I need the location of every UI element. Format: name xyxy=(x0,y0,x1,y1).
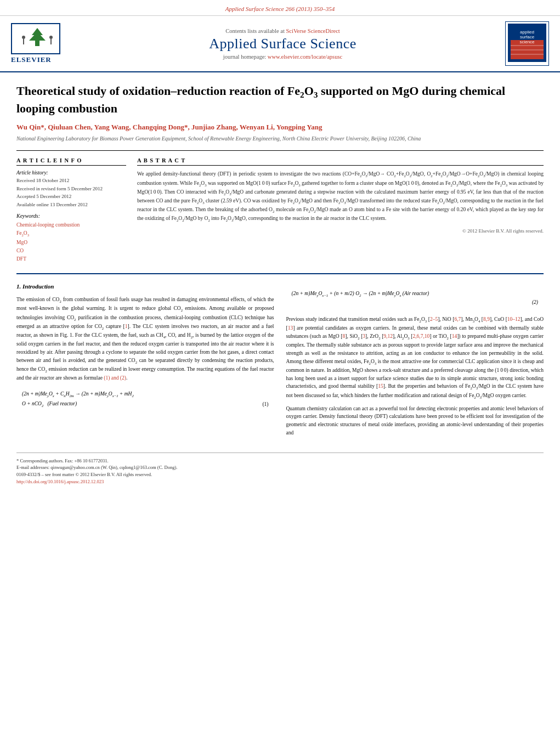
authors-line: Wu Qin*, Qiuluan Chen, Yang Wang, Changq… xyxy=(16,123,544,132)
elsevier-wordmark: ELSEVIER xyxy=(11,55,60,64)
body-content: 1. Introduction The emission of CO2 from… xyxy=(16,273,544,485)
equation-1-block: (2n + m)MeyOx + CnH2m → (2n + m)MeyOx−1 … xyxy=(16,387,274,412)
abstract-heading: A B S T R A C T xyxy=(137,157,544,166)
journal-header: ELSEVIER Contents lists available at Sci… xyxy=(0,16,560,72)
eq-num-2: (2) xyxy=(292,298,539,307)
journal-reference: Applied Surface Science 266 (2013) 350–3… xyxy=(225,5,335,12)
date-revised: Received in revised form 5 December 2012 xyxy=(16,185,126,193)
body-left-col: 1. Introduction The emission of CO2 from… xyxy=(16,282,274,441)
keywords-label: Keywords: xyxy=(16,213,126,219)
journal-title: Applied Surface Science xyxy=(71,36,494,52)
intro-heading: 1. Introduction xyxy=(16,282,274,291)
svg-point-6 xyxy=(49,36,53,39)
eq-num-1: (1) xyxy=(262,400,268,409)
svg-text:applied: applied xyxy=(520,30,534,35)
right-para1: Previous study indicated that transition… xyxy=(286,315,544,400)
keyword-3: CO xyxy=(16,247,126,255)
elsevier-logo-box xyxy=(11,23,60,54)
article-dates: Received 18 October 2012 Received in rev… xyxy=(16,177,126,208)
top-bar: Applied Surface Science 266 (2013) 350–3… xyxy=(0,0,560,16)
article-history: Article history: Received 18 October 201… xyxy=(16,170,126,208)
date-accepted: Accepted 5 December 2012 xyxy=(16,193,126,200)
svg-text:surface: surface xyxy=(520,35,535,39)
article-info-heading: A R T I C L E I N F O xyxy=(16,157,126,166)
footnote-email: E-mail addresses: qinwugun@yahoo.com.cn … xyxy=(16,464,544,471)
equation-1-line: O + nCO2 (Fuel reactor) (1) xyxy=(22,400,269,409)
keyword-1: Fe2O3 xyxy=(16,229,126,239)
footnote-issn: 0169-4332/$ – see front matter © 2012 El… xyxy=(16,471,544,478)
copyright-notice: © 2012 Elsevier B.V. All rights reserved… xyxy=(137,228,544,234)
keyword-2: MgO xyxy=(16,239,126,247)
keywords-section: Keywords: Chemical-looping combustion Fe… xyxy=(16,213,126,263)
article-info-column: A R T I C L E I N F O Article history: R… xyxy=(16,157,126,263)
journal-logo: applied surface science xyxy=(505,21,549,66)
footnote-section: * Corresponding authors. Fax: +86 10 617… xyxy=(16,452,544,485)
affiliation: National Engineering Laboratory for Biom… xyxy=(16,135,544,143)
journal-title-area: Contents lists available at SciVerse Sci… xyxy=(71,28,494,60)
keyword-4: DFT xyxy=(16,255,126,263)
history-label: Article history: xyxy=(16,170,126,176)
equation-2-block: (2n + m)MeyOx−1 + (n + m/2) O2 → (2n + m… xyxy=(286,286,544,310)
intro-para1: The emission of CO2 from combustion of f… xyxy=(16,296,274,382)
body-right-col: (2n + m)MeyOx−1 + (n + m/2) O2 → (2n + m… xyxy=(286,282,544,441)
main-content: Theoretical study of oxidation–reduction… xyxy=(0,72,560,496)
homepage-line: journal homepage: www.elsevier.com/locat… xyxy=(71,54,494,60)
svg-rect-3 xyxy=(35,41,39,46)
sciverse-line: Contents lists available at SciVerse Sci… xyxy=(71,28,494,34)
equation-2-line: (2n + m)MeyOx−1 + (n + m/2) O2 → (2n + m… xyxy=(292,290,539,298)
elsevier-logo: ELSEVIER xyxy=(11,23,60,64)
date-online: Available online 13 December 2012 xyxy=(16,201,126,208)
abstract-text: We applied density-functional theory (DF… xyxy=(137,170,544,223)
svg-point-4 xyxy=(22,36,25,39)
right-para2: Quantum chemistry calculation can act as… xyxy=(286,405,544,437)
homepage-link[interactable]: www.elsevier.com/locate/apsusc xyxy=(268,54,342,60)
footnote-star: * Corresponding authors. Fax: +86 10 617… xyxy=(16,457,544,465)
keyword-0: Chemical-looping combustion xyxy=(16,221,126,229)
date-received: Received 18 October 2012 xyxy=(16,177,126,184)
sciverse-link[interactable]: SciVerse ScienceDirect xyxy=(286,28,340,34)
doi-link[interactable]: http://dx.doi.org/10.1016/j.apsusc.2012.… xyxy=(16,479,104,484)
abstract-column: A B S T R A C T We applied density-funct… xyxy=(137,157,544,263)
footnote-doi[interactable]: http://dx.doi.org/10.1016/j.apsusc.2012.… xyxy=(16,478,544,485)
body-two-col: 1. Introduction The emission of CO2 from… xyxy=(16,282,544,441)
info-abstract-section: A R T I C L E I N F O Article history: R… xyxy=(16,150,544,263)
article-title: Theoretical study of oxidation–reduction… xyxy=(16,83,544,116)
svg-text:science: science xyxy=(519,39,535,44)
